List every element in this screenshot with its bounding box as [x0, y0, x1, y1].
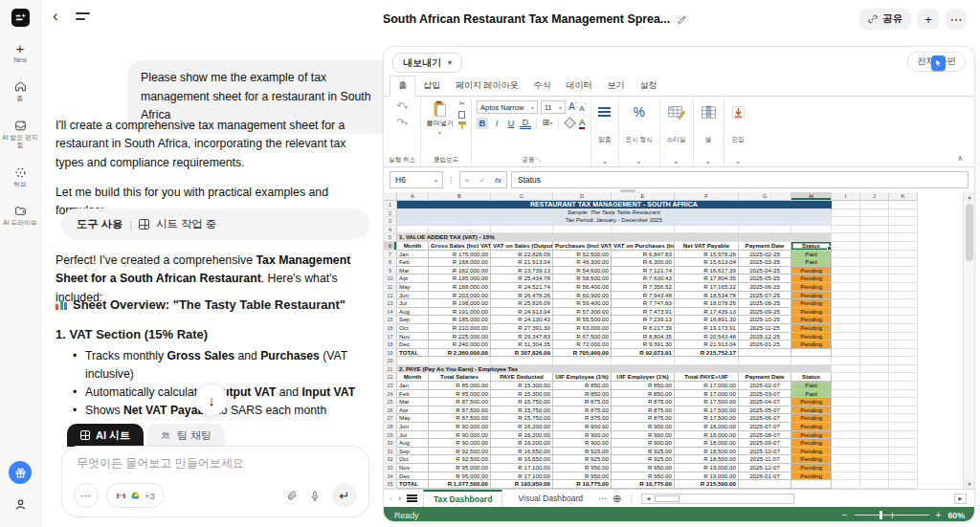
scroll-down-icon[interactable]: ▼	[964, 479, 975, 489]
sheet-cell[interactable]: Pending	[791, 340, 832, 349]
sheet-cell[interactable]: Nov	[397, 333, 429, 341]
sheet-cell[interactable]: R 92,500.00	[429, 455, 491, 464]
sheet-cell[interactable]: R 90,000.00	[429, 423, 491, 431]
sheet-list-icon[interactable]	[407, 494, 417, 502]
row-header-5[interactable]: 5	[384, 233, 397, 242]
add-sheet-icon[interactable]: ⊕	[612, 494, 621, 504]
sheet-cell[interactable]	[889, 365, 918, 374]
sheet-cell[interactable]	[832, 242, 860, 251]
sheet-cell[interactable]	[832, 390, 860, 399]
sheet-cell[interactable]: R 17,439.13	[675, 308, 739, 317]
sheet-cell[interactable]: Mar	[397, 398, 429, 406]
sheet-cell[interactable]: Apr	[397, 406, 429, 415]
sheet-cell[interactable]: R 92,500.00	[429, 448, 491, 456]
sheet-cell[interactable]: 1. VALUE ADDED TAX (VAT) - 15%	[397, 233, 832, 242]
zoom-out-icon[interactable]: −	[842, 511, 848, 520]
sheet-cell[interactable]	[553, 226, 612, 234]
sheet-cell[interactable]: R 17,100.00	[491, 472, 553, 481]
sheet-cell[interactable]	[889, 201, 918, 209]
row-header-18[interactable]: 18	[384, 340, 397, 349]
sheet-cell[interactable]: Pending	[791, 448, 832, 456]
sheet-cell[interactable]: 2025-05-07	[739, 406, 791, 415]
sheet-cell[interactable]	[860, 431, 889, 440]
sheet-cell[interactable]	[832, 357, 860, 365]
sheet-cell[interactable]	[860, 357, 889, 365]
column-header-K[interactable]: K	[889, 192, 918, 201]
sheet-cell[interactable]: R 7,473.91	[612, 308, 675, 317]
row-header-33[interactable]: 33	[384, 464, 397, 472]
sheet-cell[interactable]: R 19,000.00	[675, 464, 739, 472]
sheet-cell[interactable]: R 900.00	[553, 439, 612, 448]
sheet-cell[interactable]: 2026-01-25	[739, 340, 791, 349]
sheet-cell[interactable]	[429, 226, 491, 234]
sheet-cell[interactable]	[832, 274, 860, 283]
sheet-cell[interactable]	[832, 324, 860, 333]
sheet-cell[interactable]: TOTAL	[397, 480, 429, 489]
sheet-cell[interactable]	[860, 308, 889, 317]
attach-button[interactable]	[286, 490, 298, 502]
sheet-cell[interactable]: 2026-01-07	[739, 472, 791, 481]
sheet-cell[interactable]	[889, 274, 918, 283]
sheet-cell[interactable]	[832, 233, 860, 242]
sheet-cell[interactable]: Status	[791, 373, 832, 382]
column-header-F[interactable]: F	[675, 192, 739, 201]
font-name-select[interactable]: Aptos Narrow▾	[477, 100, 538, 114]
sheet-tab-tax-dashboard[interactable]: Tax Dashboard	[423, 490, 502, 508]
sheet-cell[interactable]: Tax Period: January - December 2025	[397, 217, 832, 226]
sheet-cell[interactable]	[739, 349, 791, 358]
bold-button[interactable]: B	[477, 118, 488, 129]
sheet-cell[interactable]	[860, 382, 889, 390]
next-sheet-icon[interactable]: ›	[398, 494, 401, 503]
sheet-cell[interactable]: R 950.00	[612, 464, 675, 472]
sheet-cell[interactable]: R 191,000.00	[429, 308, 491, 317]
sheet-cell[interactable]: Month	[397, 373, 429, 382]
accept-icon[interactable]: ✓	[479, 176, 485, 185]
sheet-cell[interactable]	[832, 349, 860, 358]
sheet-cell[interactable]: R 8,217.39	[612, 324, 675, 333]
horizontal-scroll-thumb[interactable]	[655, 495, 679, 502]
sheet-cell[interactable]: R 875.00	[553, 414, 612, 423]
row-header-28[interactable]: 28	[384, 423, 397, 431]
sheet-cell[interactable]	[860, 365, 889, 374]
align-button[interactable]: 맞춤 ▾	[591, 97, 618, 166]
sheet-cell[interactable]: Pending	[791, 324, 832, 333]
sheet-cell[interactable]: Jun	[397, 423, 429, 431]
sheet-cell[interactable]: R 87,500.00	[429, 398, 491, 406]
sheet-cell[interactable]: R 900.00	[553, 431, 612, 440]
sheet-cell[interactable]: R 17,500.00	[675, 398, 739, 406]
sheet-cell[interactable]: Sep	[397, 448, 429, 456]
sheet-cell[interactable]	[860, 398, 889, 406]
sheet-cell[interactable]: Gross Sales (Incl VAT)	[429, 242, 491, 251]
scroll-left-icon[interactable]: ◀	[642, 494, 654, 503]
sheet-cell[interactable]	[832, 299, 860, 308]
sheet-cell[interactable]: Mar	[397, 267, 429, 275]
sheet-cell[interactable]: Paid	[791, 390, 832, 399]
sheet-cell[interactable]	[860, 242, 889, 251]
sheet-cell[interactable]: Pending	[791, 464, 832, 472]
sheet-cell[interactable]	[832, 464, 860, 472]
sheet-cell[interactable]: R 57,300.00	[553, 308, 612, 317]
sheet-cell[interactable]: Oct	[397, 455, 429, 464]
sheet-cell[interactable]: R 8,804.35	[612, 333, 675, 341]
sheet-cell[interactable]	[860, 464, 889, 472]
sheet-cell[interactable]: R 705,900.00	[553, 349, 612, 358]
sheet-cell[interactable]	[889, 308, 918, 317]
sheet-cell[interactable]: R 25,826.09	[491, 299, 553, 308]
cancel-icon[interactable]: ×	[465, 176, 470, 185]
sheet-cell[interactable]: 2025-10-07	[739, 448, 791, 456]
row-header-1[interactable]: 1	[384, 201, 397, 209]
sheet-cell[interactable]	[889, 349, 918, 358]
sheet-cell[interactable]: R 18,534.78	[675, 292, 739, 300]
sheet-cell[interactable]: R 58,500.00	[553, 274, 612, 283]
sheet-cell[interactable]	[832, 439, 860, 448]
sheet-cell[interactable]: Pending	[791, 414, 832, 423]
row-header-26[interactable]: 26	[384, 406, 397, 415]
sheet-cell[interactable]: R 900.00	[553, 423, 612, 431]
sheet-cell[interactable]	[832, 201, 860, 209]
sheet-cell[interactable]: R 52,500.00	[553, 251, 612, 259]
column-header-I[interactable]: I	[832, 192, 860, 201]
sheet-cell[interactable]: Aug	[397, 308, 429, 317]
sheet-cell[interactable]	[889, 217, 918, 226]
sheet-cell[interactable]	[889, 242, 918, 251]
sheet-cell[interactable]: R 17,165.22	[675, 283, 739, 292]
